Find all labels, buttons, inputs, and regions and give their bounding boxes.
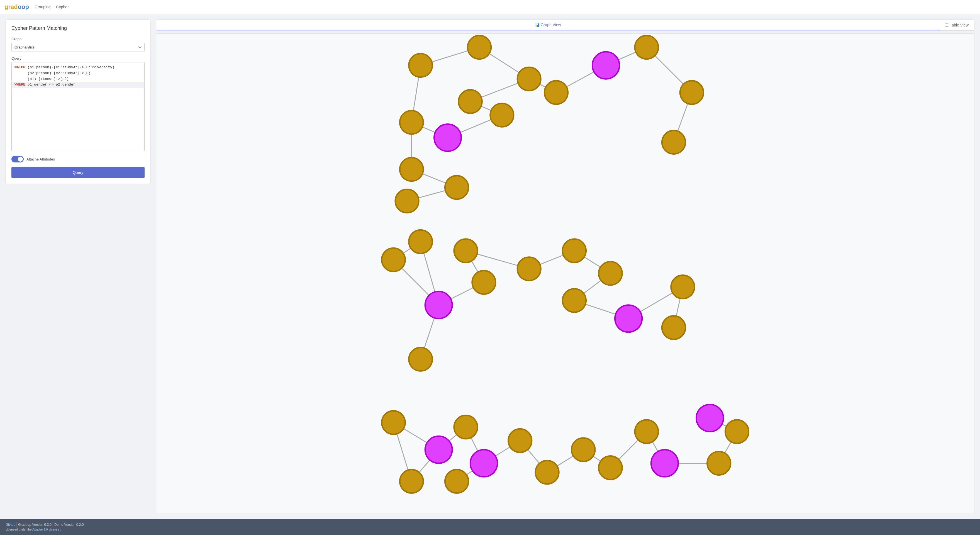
table-tab-icon: ☰ (945, 23, 949, 27)
query-editor[interactable]: MATCH (p1:person)-[e1:studyAt]->(u:unive… (11, 62, 145, 151)
svg-point-61 (562, 239, 586, 263)
svg-point-79 (592, 52, 619, 79)
svg-point-77 (445, 470, 468, 493)
footer-line1: Github | Gradoop Version 0.3.0 | Demo Ve… (6, 523, 974, 527)
footer: Github | Gradoop Version 0.3.0 | Demo Ve… (0, 519, 980, 535)
svg-point-72 (572, 438, 595, 462)
edges-group (393, 47, 737, 481)
query-button[interactable]: Query (11, 167, 145, 178)
svg-point-64 (671, 275, 694, 298)
main-content: Cypher Pattern Matching Graph Graphalyti… (0, 14, 980, 519)
graph-select[interactable]: Graphalytics (11, 43, 145, 52)
nodes-normal (382, 35, 749, 493)
navbar: gradoop Grouping Cypher (0, 0, 980, 14)
svg-point-60 (517, 257, 541, 280)
version-text: | Gradoop Version 0.3.0 | Demo Version 0… (16, 523, 84, 527)
svg-point-71 (535, 460, 559, 484)
toggle-label: Attache Attributes (27, 157, 55, 161)
svg-point-80 (425, 291, 452, 318)
toggle-switch[interactable] (11, 156, 24, 162)
svg-point-85 (697, 404, 724, 432)
query-label: Query (11, 56, 145, 61)
left-panel: Cypher Pattern Matching Graph Graphalyti… (6, 19, 150, 184)
svg-point-50 (635, 35, 658, 59)
svg-point-53 (400, 158, 423, 181)
toggle-slider (11, 156, 24, 162)
svg-point-45 (517, 67, 541, 91)
svg-point-62 (599, 262, 622, 285)
svg-point-84 (651, 450, 678, 477)
panel-title: Cypher Pattern Matching (11, 25, 145, 31)
svg-point-46 (458, 90, 482, 113)
brand-logo: gradoop (5, 3, 29, 11)
view-tabs: 📊 Graph View ☰ Table View (156, 19, 974, 31)
graph-svg (156, 34, 974, 513)
svg-point-59 (454, 239, 477, 263)
graph-tab-icon: 📊 (535, 22, 539, 27)
table-tab-label: Table View (950, 23, 969, 27)
toggle-row: Attache Attributes (11, 156, 145, 162)
svg-point-44 (468, 35, 491, 59)
svg-point-48 (490, 103, 514, 127)
license-suffix: . (60, 528, 61, 531)
nav-cypher[interactable]: Cypher (56, 5, 69, 9)
svg-point-82 (425, 436, 452, 463)
svg-point-74 (635, 420, 658, 443)
svg-point-52 (662, 131, 685, 154)
svg-point-69 (454, 416, 477, 439)
svg-point-66 (409, 347, 432, 371)
svg-point-51 (680, 81, 703, 104)
svg-point-70 (508, 429, 532, 452)
svg-point-55 (395, 189, 419, 213)
svg-point-73 (599, 456, 622, 479)
nodes-magenta (425, 52, 724, 477)
svg-point-57 (409, 230, 432, 253)
svg-point-65 (662, 316, 685, 339)
logo-text: gradoop (5, 3, 29, 11)
footer-line2: Licensed under the Apache 2.0 License . (6, 528, 974, 531)
svg-point-78 (434, 124, 461, 151)
license-link[interactable]: Apache 2.0 License (32, 528, 59, 531)
svg-point-47 (400, 111, 423, 134)
svg-point-67 (382, 411, 405, 434)
svg-point-76 (725, 420, 749, 443)
svg-point-56 (382, 248, 405, 271)
graph-canvas (156, 33, 974, 513)
license-prefix: Licensed under the (6, 528, 32, 531)
svg-point-43 (409, 54, 432, 77)
tab-table[interactable]: ☰ Table View (940, 20, 974, 30)
svg-point-58 (472, 271, 496, 294)
svg-point-68 (400, 470, 423, 493)
svg-point-49 (544, 81, 568, 104)
tab-graph[interactable]: 📊 Graph View (156, 20, 940, 30)
graph-label: Graph (11, 37, 145, 41)
graph-tab-label: Graph View (541, 22, 561, 27)
svg-point-75 (707, 451, 731, 475)
github-link[interactable]: Github (6, 523, 15, 527)
svg-point-63 (562, 289, 586, 312)
nav-grouping[interactable]: Grouping (35, 5, 51, 9)
svg-point-54 (445, 176, 468, 199)
svg-point-83 (470, 450, 497, 477)
right-panel: 📊 Graph View ☰ Table View (156, 19, 974, 513)
svg-point-81 (615, 305, 642, 332)
